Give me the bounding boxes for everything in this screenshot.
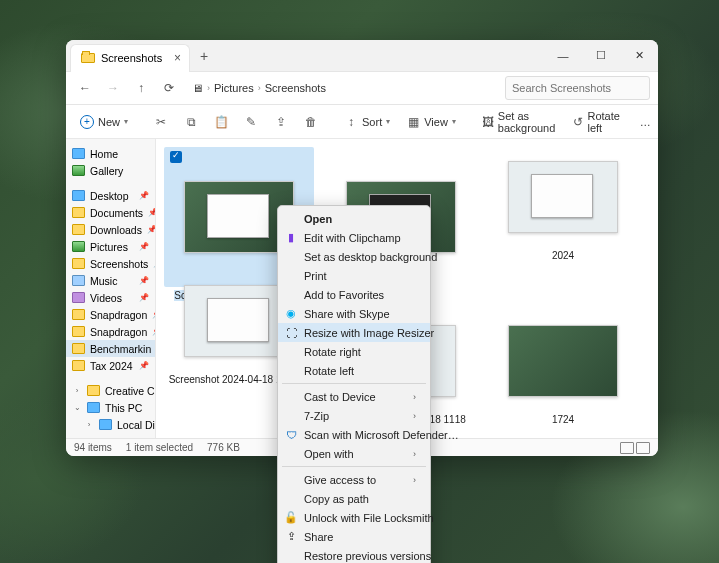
folder-icon — [72, 360, 85, 371]
search-input[interactable] — [505, 76, 650, 100]
menu-item-restore[interactable]: Restore previous versions — [278, 546, 430, 563]
menu-label: Open — [304, 213, 332, 225]
sort-button[interactable]: ↕Sort▾ — [338, 110, 396, 134]
checkbox-icon[interactable] — [170, 151, 182, 163]
back-button[interactable]: ← — [74, 77, 96, 99]
copy-button[interactable]: ⧉ — [178, 110, 204, 134]
sidebar-item-snapdragon-2[interactable]: Snapdragon📌 — [66, 323, 155, 340]
sidebar-label: Snapdragon — [90, 326, 147, 338]
more-button[interactable]: … — [634, 110, 657, 134]
delete-button[interactable]: 🗑 — [298, 110, 324, 134]
rename-icon: ✎ — [244, 115, 258, 129]
menu-item-share[interactable]: ⇪Share — [278, 527, 430, 546]
sidebar-item-benchmarking[interactable]: Benchmarkin📌 — [66, 340, 155, 357]
menu-label: Rotate right — [304, 346, 361, 358]
address-bar: ← → ↑ ⟳ 🖥 › Pictures › Screenshots — [66, 72, 658, 105]
menu-item-rotate-left[interactable]: Rotate left — [278, 361, 430, 380]
menu-item-rotate-right[interactable]: Rotate right — [278, 342, 430, 361]
pin-icon: 📌 — [147, 225, 155, 234]
menu-item-defender[interactable]: 🛡Scan with Microsoft Defender… — [278, 425, 430, 444]
file-item[interactable]: 2024 — [488, 147, 638, 301]
pin-icon: 📌 — [139, 191, 149, 200]
close-tab-icon[interactable]: × — [174, 51, 181, 65]
more-icon: … — [640, 116, 651, 128]
close-window-button[interactable]: ✕ — [620, 40, 658, 72]
folder-icon — [72, 309, 85, 320]
breadcrumb-pictures[interactable]: Pictures — [214, 82, 254, 94]
pin-icon: 📌 — [152, 327, 155, 336]
sidebar-item-videos[interactable]: Videos📌 — [66, 289, 155, 306]
breadcrumb[interactable]: 🖥 › Pictures › Screenshots — [192, 82, 326, 94]
expand-icon[interactable]: › — [72, 386, 82, 395]
sidebar-label: Pictures — [90, 241, 128, 253]
pin-icon: 📌 — [148, 208, 155, 217]
sidebar-item-downloads[interactable]: Downloads📌 — [66, 221, 155, 238]
paste-button[interactable]: 📋 — [208, 110, 234, 134]
chevron-right-icon: › — [413, 392, 416, 402]
tab-screenshots[interactable]: Screenshots × — [70, 44, 190, 72]
menu-label: Set as desktop background — [304, 251, 437, 263]
sidebar-item-this-pc[interactable]: ⌄This PC — [66, 399, 155, 416]
folder-icon — [72, 224, 85, 235]
menu-item-give-access[interactable]: Give access to› — [278, 470, 430, 489]
sidebar-item-documents[interactable]: Documents📌 — [66, 204, 155, 221]
up-button[interactable]: ↑ — [130, 77, 152, 99]
sidebar-item-creative-cloud[interactable]: ›Creative Cloud F — [66, 382, 155, 399]
file-item[interactable]: 1724 — [488, 311, 638, 425]
sort-icon: ↕ — [344, 115, 358, 129]
sidebar-item-home[interactable]: Home — [66, 145, 155, 162]
sidebar-label: Music — [90, 275, 117, 287]
spacer — [66, 374, 155, 382]
pin-icon: 📌 — [152, 310, 155, 319]
sidebar-item-pictures[interactable]: Pictures📌 — [66, 238, 155, 255]
details-view-button[interactable] — [620, 442, 634, 454]
sidebar-label: Gallery — [90, 165, 123, 177]
rename-button[interactable]: ✎ — [238, 110, 264, 134]
menu-item-open[interactable]: Open — [278, 209, 430, 228]
tab-title: Screenshots — [101, 52, 162, 64]
sidebar-item-local-disk[interactable]: ›Local Disk (C:) — [66, 416, 155, 433]
menu-item-unlock[interactable]: 🔓Unlock with File Locksmith — [278, 508, 430, 527]
sidebar-item-music[interactable]: Music📌 — [66, 272, 155, 289]
minimize-button[interactable]: — — [544, 40, 582, 72]
menu-item-cast[interactable]: Cast to Device› — [278, 387, 430, 406]
collapse-icon[interactable]: ⌄ — [72, 403, 82, 412]
menu-label: Unlock with File Locksmith — [304, 512, 434, 524]
sidebar-item-gallery[interactable]: Gallery — [66, 162, 155, 179]
new-button[interactable]: +New▾ — [74, 110, 134, 134]
menu-item-set-background[interactable]: Set as desktop background — [278, 247, 430, 266]
file-name: 1724 — [552, 414, 574, 425]
view-button[interactable]: ▦View▾ — [400, 110, 462, 134]
selection-count: 1 item selected — [126, 442, 193, 453]
share-button[interactable]: ⇪ — [268, 110, 294, 134]
sidebar-item-tax[interactable]: Tax 2024📌 — [66, 357, 155, 374]
expand-icon[interactable]: › — [84, 420, 94, 429]
cut-button[interactable]: ✂ — [148, 110, 174, 134]
chevron-right-icon: › — [413, 449, 416, 459]
menu-item-open-with[interactable]: Open with› — [278, 444, 430, 463]
menu-item-copy-path[interactable]: Copy as path — [278, 489, 430, 508]
set-background-button[interactable]: 🖼Set as background — [476, 110, 563, 134]
sidebar-item-screenshots[interactable]: Screenshots📌 — [66, 255, 155, 272]
chevron-down-icon: ▾ — [124, 117, 128, 126]
menu-item-7zip[interactable]: 7-Zip› — [278, 406, 430, 425]
menu-item-resize[interactable]: ⛶Resize with Image Resizer — [278, 323, 430, 342]
menu-item-share-skype[interactable]: ◉Share with Skype — [278, 304, 430, 323]
sidebar-label: Downloads — [90, 224, 142, 236]
sidebar-label: Videos — [90, 292, 122, 304]
menu-item-clipchamp[interactable]: ▮Edit with Clipchamp — [278, 228, 430, 247]
sidebar-item-desktop[interactable]: Desktop📌 — [66, 187, 155, 204]
menu-item-add-favorites[interactable]: Add to Favorites — [278, 285, 430, 304]
refresh-button[interactable]: ⟳ — [158, 77, 180, 99]
file-name: 2024 — [552, 250, 574, 261]
maximize-button[interactable]: ☐ — [582, 40, 620, 72]
menu-item-print[interactable]: Print — [278, 266, 430, 285]
sidebar-item-snapdragon[interactable]: Snapdragon📌 — [66, 306, 155, 323]
new-tab-button[interactable]: + — [190, 48, 218, 64]
spacer — [66, 179, 155, 187]
breadcrumb-screenshots[interactable]: Screenshots — [265, 82, 326, 94]
rotate-left-button[interactable]: ↺Rotate left — [567, 110, 629, 134]
navigation-pane: Home Gallery Desktop📌 Documents📌 Downloa… — [66, 139, 156, 438]
thumbnails-view-button[interactable] — [636, 442, 650, 454]
pin-icon: 📌 — [139, 361, 149, 370]
